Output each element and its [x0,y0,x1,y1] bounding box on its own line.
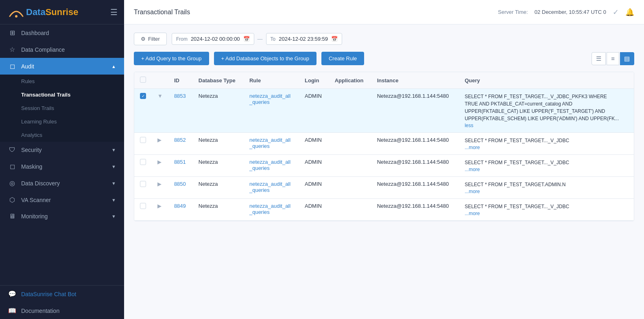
scanner-icon: ⬡ [8,196,16,204]
bell-icon[interactable]: 🔔 [625,8,634,17]
row-rule: netezza_audit_all_queries [244,177,299,199]
th-select-all[interactable] [134,72,152,89]
row-checkbox[interactable] [140,137,146,143]
th-id[interactable]: ID [168,72,193,89]
docs-icon: 📖 [8,307,16,315]
add-db-objects-button[interactable]: + Add Database Objects to the Group [214,52,317,65]
th-rule[interactable]: Rule [244,72,299,89]
sidebar-item-analytics[interactable]: Analytics [0,128,124,142]
sidebar-item-data-compliance[interactable]: ☆ Data Compliance [0,41,124,58]
th-database-type[interactable]: Database Type [193,72,244,89]
header: Transactional Trails Server Time: 02 Dec… [124,0,644,24]
row-rule-link[interactable]: netezza_audit_all_queries [249,93,290,105]
sidebar-item-documentation[interactable]: 📖 Documentation [0,302,124,319]
sidebar-item-learning-rules[interactable]: Learning Rules [0,115,124,128]
calendar-icon-from: 📅 [243,36,250,42]
filter-icon: ⚙ [141,36,146,42]
sidebar-item-transactional-trails[interactable]: Transactional Trails [0,88,124,101]
row-id-link[interactable]: 8851 [174,159,186,165]
table-row: ▶ 8850 Netezza netezza_audit_all_queries… [134,177,634,199]
table-row: ▶ 8849 Netezza netezza_audit_all_queries… [134,199,634,221]
row-checkbox[interactable] [140,203,146,209]
query-toggle[interactable]: less [465,123,473,128]
query-toggle[interactable]: ...more [465,167,480,172]
table-row: ▶ 8852 Netezza netezza_audit_all_queries… [134,133,634,155]
from-date-input[interactable]: From 2024-12-02 00:00:00 📅 [172,33,254,45]
row-login: ADMIN [299,199,329,221]
sidebar-item-data-discovery[interactable]: ◎ Data Discovery ▼ [0,175,124,191]
row-select-cell[interactable] [134,133,152,155]
th-login[interactable]: Login [299,72,329,89]
row-select-cell[interactable] [134,177,152,199]
row-instance: Netezza@192.168.1.144:5480 [371,133,459,155]
sidebar-item-rules[interactable]: Rules [0,75,124,88]
row-instance: Netezza@192.168.1.144:5480 [371,89,459,133]
chevron-down-icon: ▼ [111,147,116,152]
row-select-cell[interactable] [134,199,152,221]
star-icon: ☆ [8,46,16,53]
expand-icon: ▶ [157,203,162,209]
sidebar-item-audit[interactable]: ◻ Audit ▲ [0,58,124,75]
expand-icon: ▶ [157,159,162,165]
query-toggle[interactable]: ...more [465,145,480,150]
sidebar: DataSunrise ☰ ⊞ Dashboard ☆ Data Complia… [0,0,124,319]
row-expand-cell[interactable]: ▼ [152,89,168,133]
row-rule-link[interactable]: netezza_audit_all_queries [249,159,290,171]
th-query[interactable]: Query [459,72,634,89]
monitoring-icon: 🖥 [8,213,16,220]
th-application[interactable]: Application [329,72,371,89]
row-checkbox[interactable]: ✓ [140,93,146,99]
row-expand-cell[interactable]: ▶ [152,177,168,199]
row-login: ADMIN [299,155,329,177]
view-compact-button[interactable]: ☰ [592,52,606,65]
row-select-cell[interactable] [134,155,152,177]
row-id-link[interactable]: 8850 [174,181,186,187]
th-expand [152,72,168,89]
logo-name: DataSunrise [26,8,78,17]
row-rule-link[interactable]: netezza_audit_all_queries [249,137,290,149]
view-detailed-button[interactable]: ▤ [620,52,634,65]
audit-sub-nav: Rules Transactional Trails Session Trail… [0,75,124,142]
sidebar-item-security[interactable]: 🛡 Security ▼ [0,142,124,158]
row-id-link[interactable]: 8849 [174,203,186,209]
row-select-cell[interactable]: ✓ [134,89,152,133]
row-db-type: Netezza [193,155,244,177]
row-login: ADMIN [299,177,329,199]
content-area: ⚙ Filter From 2024-12-02 00:00:00 📅 — To… [124,24,644,319]
sidebar-item-monitoring[interactable]: 🖥 Monitoring ▼ [0,208,124,224]
row-rule-link[interactable]: netezza_audit_all_queries [249,181,290,193]
row-checkbox[interactable] [140,181,146,187]
th-instance[interactable]: Instance [371,72,459,89]
checkmark-icon[interactable]: ✓ [613,8,619,17]
filter-button[interactable]: ⚙ Filter [134,33,167,45]
query-toggle[interactable]: ...more [465,211,480,216]
to-date-input[interactable]: To 2024-12-02 23:59:59 📅 [266,33,342,45]
row-expand-cell[interactable]: ▶ [152,155,168,177]
row-expand-cell[interactable]: ▶ [152,199,168,221]
add-query-button[interactable]: + Add Query to the Group [134,52,209,65]
sidebar-item-dashboard[interactable]: ⊞ Dashboard [0,24,124,41]
row-id-link[interactable]: 8852 [174,137,186,143]
row-query: SELECT * FROM F_TEST_TARGET..._V_JDBC_PK… [459,89,634,133]
view-normal-button[interactable]: ≡ [607,52,619,65]
select-all-checkbox[interactable] [140,77,146,83]
sidebar-item-masking[interactable]: ◻ Masking ▼ [0,158,124,175]
row-rule-link[interactable]: netezza_audit_all_queries [249,203,290,215]
row-expand-cell[interactable]: ▶ [152,133,168,155]
main-area: Transactional Trails Server Time: 02 Dec… [124,0,644,319]
table-body: ✓ ▼ 8853 Netezza netezza_audit_all_queri… [134,89,634,221]
sidebar-item-session-trails[interactable]: Session Trails [0,101,124,115]
create-rule-button[interactable]: Create Rule [321,52,364,65]
query-toggle[interactable]: ...more [465,189,480,194]
sidebar-item-va-scanner[interactable]: ⬡ VA Scanner ▼ [0,191,124,208]
logo: DataSunrise [7,5,78,20]
row-application [329,177,371,199]
chevron-down-icon-scanner: ▼ [111,198,116,202]
sidebar-item-chatbot[interactable]: 💬 DataSunrise Chat Bot [0,286,124,302]
row-id-link[interactable]: 8853 [174,93,186,99]
sidebar-toggle-icon[interactable]: ☰ [110,7,118,17]
view-normal-icon: ≡ [611,55,615,62]
filter-bar: ⚙ Filter From 2024-12-02 00:00:00 📅 — To… [134,33,634,45]
row-id: 8851 [168,155,193,177]
row-checkbox[interactable] [140,159,146,165]
